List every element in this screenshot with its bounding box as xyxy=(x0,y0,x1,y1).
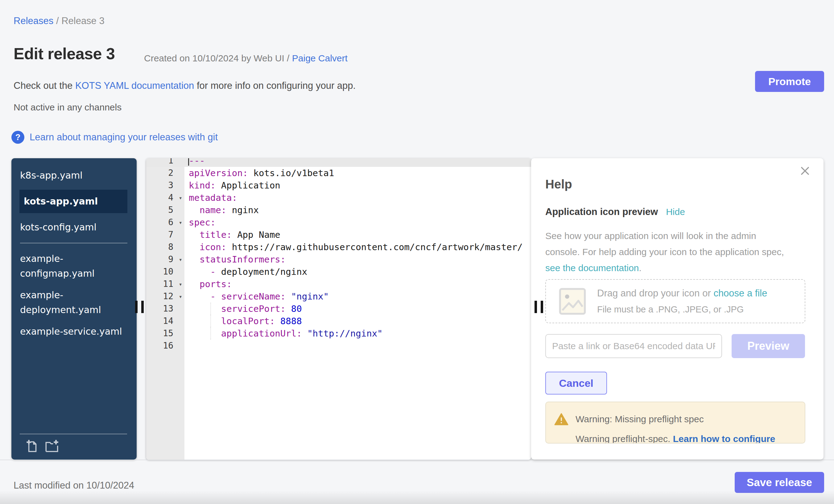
file-item-kots-config.yaml[interactable]: kots-config.yaml xyxy=(20,220,127,235)
code-line-14[interactable]: localPort: 8888 xyxy=(184,315,531,327)
learn-configure-link[interactable]: Learn how to configure xyxy=(673,434,775,443)
fold-icon[interactable]: ▾ xyxy=(179,192,182,204)
gutter-line-12: 12▾ xyxy=(146,290,184,303)
gutter-line-4: 4▾ xyxy=(146,192,184,204)
help-description: See how your application icon will look … xyxy=(545,228,784,276)
file-item-k8s-app.yaml[interactable]: k8s-app.yaml xyxy=(20,168,127,183)
save-release-button[interactable]: Save release xyxy=(735,472,824,493)
image-placeholder-icon xyxy=(558,287,587,317)
page-title: Edit release 3 xyxy=(14,44,115,63)
question-icon: ? xyxy=(12,131,24,144)
code-line-8[interactable]: icon: https://raw.githubusercontent.com/… xyxy=(184,241,531,253)
file-list-divider xyxy=(20,243,127,243)
dropzone-requirements: File must be a .PNG, .JPEG, or .JPG xyxy=(597,304,744,314)
created-by-link[interactable]: Paige Calvert xyxy=(292,53,348,63)
editor-code-area[interactable]: ---apiVersion: kots.io/v1beta1kind: Appl… xyxy=(184,158,531,460)
code-line-3[interactable]: kind: Application xyxy=(184,179,531,192)
text-cursor xyxy=(188,158,189,166)
file-item-example-service.yaml[interactable]: example-service.yaml xyxy=(20,324,127,339)
code-line-16[interactable] xyxy=(184,339,531,352)
code-line-5[interactable]: name: nginx xyxy=(184,204,531,216)
promote-button[interactable]: Promote xyxy=(755,71,824,92)
footer-divider xyxy=(0,460,834,460)
code-line-13[interactable]: servicePort: 80 xyxy=(184,303,531,315)
warning-title: Warning: Missing preflight spec xyxy=(575,414,704,424)
gutter-line-9: 9▾ xyxy=(146,253,184,266)
dropzone-text: Drag and drop your icon or choose a file xyxy=(597,288,767,299)
code-line-10[interactable]: - deployment/nginx xyxy=(184,266,531,278)
fold-icon[interactable]: ▾ xyxy=(179,216,182,228)
gutter-line-13: 13 xyxy=(146,303,184,315)
doc-line-prefix: Check out the xyxy=(14,80,75,91)
gutter-line-16: 16 xyxy=(146,339,184,352)
indent-guide xyxy=(210,303,211,315)
gutter-line-15: 15 xyxy=(146,327,184,339)
breadcrumb-releases-link[interactable]: Releases xyxy=(14,16,53,26)
gutter-line-8: 8 xyxy=(146,241,184,253)
code-line-11[interactable]: ports: xyxy=(184,278,531,290)
sidebar-resize-handle[interactable] xyxy=(135,301,144,313)
doc-line: Check out the KOTS YAML documentation fo… xyxy=(14,80,356,91)
channel-status: Not active in any channels xyxy=(14,102,122,113)
icon-url-input[interactable] xyxy=(545,334,722,358)
file-item-kots-app.yaml[interactable]: kots-app.yaml xyxy=(19,190,127,213)
gutter-line-14: 14 xyxy=(146,315,184,327)
breadcrumb-separator: / xyxy=(56,16,59,26)
yaml-editor[interactable]: 1234▾56▾789▾1011▾12▾13141516 ---apiVersi… xyxy=(146,158,531,460)
help-title: Help xyxy=(545,177,572,191)
editor-gutter: 1234▾56▾789▾1011▾12▾13141516 xyxy=(146,158,184,460)
close-icon[interactable] xyxy=(799,165,811,177)
file-list: k8s-app.yamlkots-app.yamlkots-config.yam… xyxy=(12,158,137,339)
code-line-7[interactable]: title: App Name xyxy=(184,228,531,241)
preflight-warning: Warning: Missing preflight spec Warning … xyxy=(545,401,805,443)
preview-button[interactable]: Preview xyxy=(731,334,805,358)
help-panel: Help Application icon preview Hide See h… xyxy=(531,158,824,460)
code-line-4[interactable]: metadata: xyxy=(184,192,531,204)
gutter-line-3: 3 xyxy=(146,179,184,192)
created-meta: Created on 10/10/2024 by Web UI / Paige … xyxy=(144,53,348,64)
indent-guide xyxy=(210,327,211,339)
code-line-1[interactable]: --- xyxy=(184,158,531,167)
file-item-example-deployment.yaml[interactable]: example-deployment.yaml xyxy=(20,288,127,317)
warning-icon xyxy=(554,412,569,428)
sidebar-bottom-divider xyxy=(20,434,127,434)
gutter-line-11: 11▾ xyxy=(146,278,184,290)
code-line-9[interactable]: statusInformers: xyxy=(184,253,531,266)
add-file-icon[interactable] xyxy=(24,438,40,455)
bottom-fade xyxy=(0,490,834,504)
sidebar-actions xyxy=(24,438,60,455)
code-line-12[interactable]: - serviceName: "nginx" xyxy=(184,290,531,303)
code-line-2[interactable]: apiVersion: kots.io/v1beta1 xyxy=(184,167,531,179)
cancel-button[interactable]: Cancel xyxy=(545,372,607,395)
breadcrumb: Releases / Release 3 xyxy=(14,16,105,26)
doc-line-suffix: for more info on configuring your app. xyxy=(194,80,356,91)
gutter-line-10: 10 xyxy=(146,266,184,278)
fold-icon[interactable]: ▾ xyxy=(179,290,182,303)
gutter-line-1: 1 xyxy=(146,158,184,167)
git-help-link[interactable]: Learn about managing your releases with … xyxy=(29,132,218,143)
gutter-line-7: 7 xyxy=(146,228,184,241)
last-modified: Last modified on 10/10/2024 xyxy=(14,480,134,491)
hide-link[interactable]: Hide xyxy=(666,207,685,217)
gutter-line-6: 6▾ xyxy=(146,216,184,228)
code-line-6[interactable]: spec: xyxy=(184,216,531,228)
indent-guide xyxy=(210,315,211,327)
file-sidebar: k8s-app.yamlkots-app.yamlkots-config.yam… xyxy=(12,158,137,460)
add-folder-icon[interactable] xyxy=(44,438,60,455)
icon-dropzone[interactable]: Drag and drop your icon or choose a file… xyxy=(545,279,805,323)
fold-icon[interactable]: ▾ xyxy=(179,278,182,290)
page: Releases / Release 3 Edit release 3 Crea… xyxy=(0,0,834,504)
help-description-line: See how your application icon will look … xyxy=(545,228,784,244)
file-item-example-configmap.yaml[interactable]: example-configmap.yaml xyxy=(20,251,127,281)
breadcrumb-current: Release 3 xyxy=(61,16,105,26)
help-resize-handle[interactable] xyxy=(534,301,543,313)
kots-yaml-doc-link[interactable]: KOTS YAML documentation xyxy=(75,80,194,91)
code-line-15[interactable]: applicationUrl: "http://nginx" xyxy=(184,327,531,339)
fold-icon[interactable]: ▾ xyxy=(179,253,182,266)
icon-preview-section-header: Application icon preview Hide xyxy=(545,206,685,217)
choose-file-link[interactable]: choose a file xyxy=(714,288,767,299)
section-title: Application icon preview xyxy=(545,206,658,217)
see-documentation-link[interactable]: see the documentation xyxy=(545,263,639,273)
created-text: Created on 10/10/2024 by Web UI / xyxy=(144,53,292,63)
help-description-line: console. For help adding your icon to th… xyxy=(545,244,784,260)
